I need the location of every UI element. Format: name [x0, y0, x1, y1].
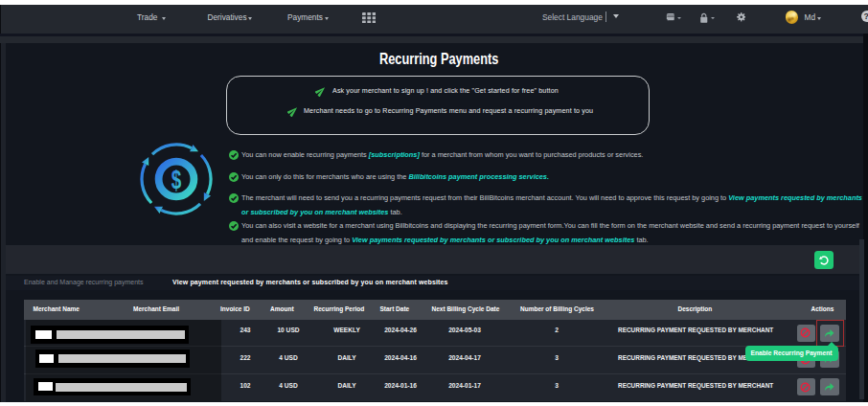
svg-text:$: $ [171, 164, 181, 194]
